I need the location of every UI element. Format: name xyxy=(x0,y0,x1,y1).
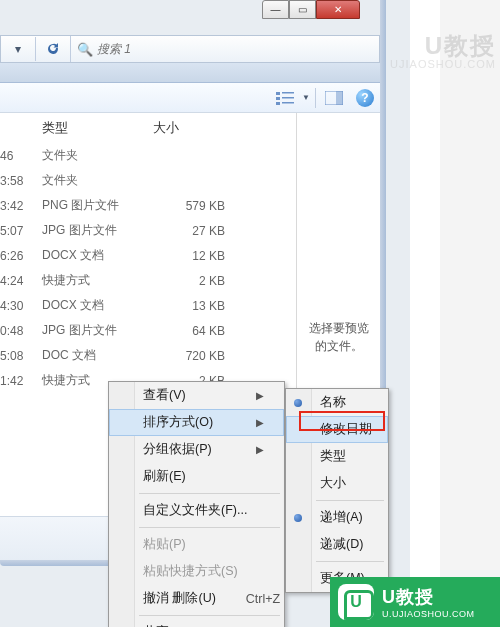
cell-time: 5:08 xyxy=(0,349,28,363)
cell-type: 文件夹 xyxy=(28,147,153,164)
brand-badge: U教授 U.UJIAOSHOU.COM xyxy=(330,577,500,627)
sort-submenu: 名称 修改日期 类型 大小 递增(A) 递减(D) 更多(M)... xyxy=(285,388,389,593)
cell-type: DOC 文档 xyxy=(28,347,153,364)
svg-rect-4 xyxy=(276,102,280,105)
brand-subtitle: U.UJIAOSHOU.COM xyxy=(382,609,475,619)
sort-name[interactable]: 名称 xyxy=(286,389,388,416)
dropdown-button[interactable]: ▾ xyxy=(7,38,29,60)
view-mode-button[interactable] xyxy=(271,86,299,110)
svg-rect-5 xyxy=(282,102,294,104)
submenu-arrow-icon: ▶ xyxy=(256,417,264,428)
table-row[interactable]: 0:48JPG 图片文件64 KB xyxy=(0,318,296,343)
cell-time: 4:24 xyxy=(0,274,28,288)
cell-size: 720 KB xyxy=(153,349,253,363)
cell-type: JPG 图片文件 xyxy=(28,322,153,339)
sub-separator xyxy=(316,500,384,501)
cell-time: 1:42 xyxy=(0,374,28,388)
context-menu: 查看(V)▶ 排序方式(O)▶ 分组依据(P)▶ 刷新(E) 自定义文件夹(F)… xyxy=(108,381,285,627)
ctx-view[interactable]: 查看(V)▶ xyxy=(109,382,284,409)
cell-type: 快捷方式 xyxy=(28,272,153,289)
sort-size[interactable]: 大小 xyxy=(286,470,388,497)
search-box[interactable]: 🔍 xyxy=(70,36,379,62)
watermark-url: UJIAOSHOU.COM xyxy=(390,58,496,70)
svg-rect-3 xyxy=(282,97,294,99)
sort-date-modified[interactable]: 修改日期 xyxy=(286,416,388,443)
refresh-icon[interactable] xyxy=(42,38,64,60)
view-mode-dropdown[interactable]: ▼ xyxy=(301,93,311,102)
table-row[interactable]: 3:58文件夹 xyxy=(0,168,296,193)
svg-rect-7 xyxy=(336,91,343,105)
table-row[interactable]: 46文件夹 xyxy=(0,143,296,168)
brand-text: U教授 U.UJIAOSHOU.COM xyxy=(382,585,475,619)
svg-rect-0 xyxy=(276,92,280,95)
table-row[interactable]: 5:07JPG 图片文件27 KB xyxy=(0,218,296,243)
ctx-separator xyxy=(139,493,280,494)
ctx-group-by[interactable]: 分组依据(P)▶ xyxy=(109,436,284,463)
view-sep xyxy=(315,88,316,108)
col-header-size[interactable]: 大小 xyxy=(153,119,253,137)
cell-type: DOCX 文档 xyxy=(28,297,153,314)
radio-bullet-icon xyxy=(294,399,302,407)
cell-size: 2 KB xyxy=(153,274,253,288)
view-toolbar: ▼ ? xyxy=(0,83,380,113)
ctx-paste-shortcut: 粘贴快捷方式(S) xyxy=(109,558,284,585)
table-row[interactable]: 4:24快捷方式2 KB xyxy=(0,268,296,293)
cell-time: 5:07 xyxy=(0,224,28,238)
radio-bullet-icon xyxy=(294,514,302,522)
cell-time: 4:30 xyxy=(0,299,28,313)
preview-pane-button[interactable] xyxy=(320,86,348,110)
submenu-arrow-icon: ▶ xyxy=(256,444,264,455)
column-headers: 类型 大小 xyxy=(0,113,296,143)
submenu-arrow-icon: ▶ xyxy=(256,390,264,401)
cell-time: 0:48 xyxy=(0,324,28,338)
cell-size: 13 KB xyxy=(153,299,253,313)
ctx-separator xyxy=(139,527,280,528)
ctx-refresh[interactable]: 刷新(E) xyxy=(109,463,284,490)
search-icon: 🔍 xyxy=(77,42,93,57)
ctx-share[interactable]: 共享(H)▶ xyxy=(109,619,284,627)
window-controls: — ▭ ✕ xyxy=(262,0,360,19)
file-rows: 46文件夹3:58文件夹3:42PNG 图片文件579 KB5:07JPG 图片… xyxy=(0,143,296,393)
sub-separator xyxy=(316,561,384,562)
table-row[interactable]: 3:42PNG 图片文件579 KB xyxy=(0,193,296,218)
cell-size: 579 KB xyxy=(153,199,253,213)
ctx-customize-folder[interactable]: 自定义文件夹(F)... xyxy=(109,497,284,524)
ctx-sort-by[interactable]: 排序方式(O)▶ xyxy=(109,409,284,436)
sort-type[interactable]: 类型 xyxy=(286,443,388,470)
cell-size: 12 KB xyxy=(153,249,253,263)
search-input[interactable] xyxy=(97,42,373,56)
col-header-type[interactable]: 类型 xyxy=(28,119,153,137)
brand-title: U教授 xyxy=(382,585,475,609)
cell-type: DOCX 文档 xyxy=(28,247,153,264)
svg-rect-2 xyxy=(276,97,280,100)
col-header-time[interactable] xyxy=(0,119,28,137)
preview-empty-message: 选择要预览的文件。 xyxy=(309,319,369,355)
cell-time: 3:42 xyxy=(0,199,28,213)
ctx-paste: 粘贴(P) xyxy=(109,531,284,558)
sort-ascending[interactable]: 递增(A) xyxy=(286,504,388,531)
ctx-shortcut: Ctrl+Z xyxy=(246,592,280,606)
table-row[interactable]: 5:08DOC 文档720 KB xyxy=(0,343,296,368)
address-toolbar: ▾ 🔍 xyxy=(0,35,380,63)
cell-type: 文件夹 xyxy=(28,172,153,189)
cell-time: 46 xyxy=(0,149,28,163)
table-row[interactable]: 4:30DOCX 文档13 KB xyxy=(0,293,296,318)
cell-size: 27 KB xyxy=(153,224,253,238)
svg-rect-1 xyxy=(282,92,294,94)
cell-time: 6:26 xyxy=(0,249,28,263)
minimize-button[interactable]: — xyxy=(262,0,289,19)
cell-type: JPG 图片文件 xyxy=(28,222,153,239)
close-button[interactable]: ✕ xyxy=(316,0,360,19)
cell-time: 3:58 xyxy=(0,174,28,188)
maximize-button[interactable]: ▭ xyxy=(289,0,316,19)
cell-size: 64 KB xyxy=(153,324,253,338)
brand-logo-icon xyxy=(338,584,374,620)
page-strip xyxy=(410,0,440,627)
menu-bar-area xyxy=(0,63,380,83)
table-row[interactable]: 6:26DOCX 文档12 KB xyxy=(0,243,296,268)
ctx-undo-delete[interactable]: 撤消 删除(U)Ctrl+Z xyxy=(109,585,284,612)
help-icon[interactable]: ? xyxy=(356,89,374,107)
ctx-separator xyxy=(139,615,280,616)
sort-descending[interactable]: 递减(D) xyxy=(286,531,388,558)
cell-type: PNG 图片文件 xyxy=(28,197,153,214)
